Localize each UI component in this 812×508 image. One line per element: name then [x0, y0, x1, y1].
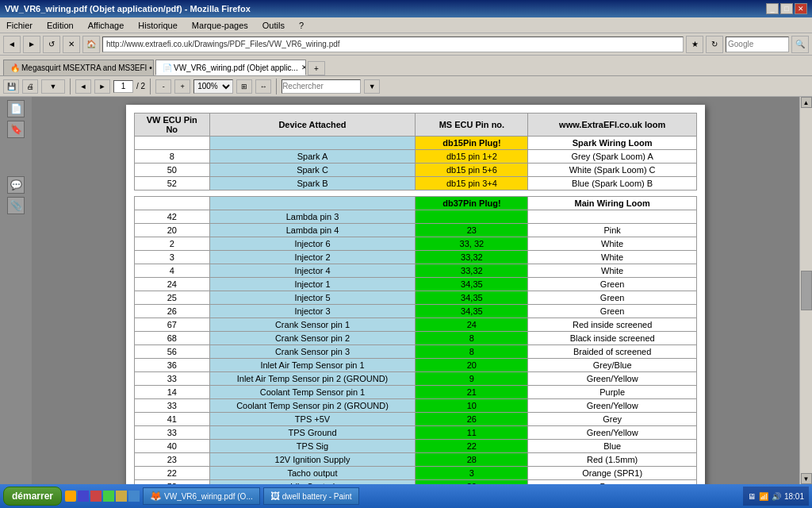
tab-bar: 🔥 Megasquirt MSEXTRA and MS3EFI • Po... …: [0, 56, 812, 76]
pdf-print[interactable]: 🖨: [22, 79, 38, 94]
wifi-icon: 📶: [759, 492, 768, 501]
stop-button[interactable]: ✕: [63, 36, 80, 53]
window-controls[interactable]: _ □ ✕: [766, 3, 807, 14]
taskbar-item-0[interactable]: 🦊 VW_VR6_wiring.pdf (O...: [143, 487, 260, 502]
tab-1-close[interactable]: ✕: [301, 64, 306, 71]
scroll-thumb[interactable]: [801, 271, 812, 310]
scrollbar[interactable]: ▲ ▼: [799, 97, 812, 484]
page-separator: / 2: [136, 82, 145, 90]
taskbar-time: 18:01: [784, 492, 804, 501]
reload-button[interactable]: ↺: [43, 36, 60, 53]
search-input[interactable]: [728, 40, 787, 48]
menu-edition[interactable]: Edition: [44, 20, 77, 31]
page-input[interactable]: [113, 80, 133, 93]
pdf-prev-page[interactable]: ◄: [75, 79, 91, 94]
menu-help[interactable]: ?: [296, 20, 307, 31]
bookmark-button[interactable]: ★: [686, 36, 703, 53]
pdf-area[interactable]: VW ECU Pin No Device Attached MS ECU Pin…: [32, 97, 799, 484]
menu-affichage[interactable]: Affichage: [85, 20, 128, 31]
spacer-row: [135, 190, 697, 197]
table-row: 67 Crank Sensor pin 1 24 Red inside scre…: [135, 318, 697, 332]
forward-button[interactable]: ►: [23, 36, 40, 53]
table-row: 26 Injector 3 34,35 Green: [135, 305, 697, 318]
sidebar-pages[interactable]: 📄: [7, 100, 25, 117]
header-ms: MS ECU Pin no.: [416, 114, 528, 137]
pdf-save[interactable]: 💾: [3, 79, 19, 94]
home-button[interactable]: 🏠: [82, 36, 100, 53]
window-title: VW_VR6_wiring.pdf (Objet application/pdf…: [5, 4, 251, 13]
network-icon: 🖥: [748, 492, 756, 501]
taskbar-ff-icon: [65, 491, 76, 502]
header-vw: VW ECU Pin No: [135, 114, 210, 137]
table-row: 36 Inlet Air Temp Sensor pin 1 20 Grey/B…: [135, 359, 697, 372]
taskbar-icon3: [90, 491, 102, 502]
spark-vw-empty: [135, 137, 210, 150]
tab-0[interactable]: 🔥 Megasquirt MSEXTRA and MS3EFI • Po... …: [3, 60, 154, 75]
close-button[interactable]: ✕: [795, 3, 807, 14]
scroll-up[interactable]: ▲: [801, 97, 812, 108]
table-row: 22 Tacho output 3 Orange (SPR1): [135, 467, 697, 480]
table-row: 8 Spark A db15 pin 1+2 Grey (Spark Loom)…: [135, 150, 697, 164]
table-row: 14 Coolant Temp Sensor pin 1 21 Purple: [135, 386, 697, 399]
address-bar[interactable]: http://www.extraefi.co.uk/Drawings/PDF_F…: [102, 37, 684, 52]
spark-loom-label: Spark Wiring Loom: [528, 137, 697, 150]
menu-bar: Fichier Edition Affichage Historique Mar…: [0, 17, 812, 33]
table-row: 50 Spark C db15 pin 5+6 White (Spark Loo…: [135, 164, 697, 177]
taskbar-item-1[interactable]: 🖼 dwell battery - Paint: [263, 487, 359, 502]
pdf-search-go[interactable]: ▼: [364, 79, 380, 94]
table-row: 24 Injector 1 34,35 Green: [135, 278, 697, 291]
zoom-select[interactable]: 100% 75% 125% 150%: [193, 79, 233, 94]
start-button[interactable]: démarrer: [3, 487, 62, 502]
pdf-toolbar: 💾 🖨 ▼ ◄ ► / 2 - + 100% 75% 125% 150% ⊞ ↔…: [0, 76, 812, 97]
pdf-page: VW ECU Pin No Device Attached MS ECU Pin…: [126, 105, 705, 484]
maximize-button[interactable]: □: [780, 3, 793, 14]
table-row: 3 Injector 2 33,32 White: [135, 251, 697, 264]
pdf-zoom-out[interactable]: -: [155, 79, 171, 94]
sidebar-bookmarks[interactable]: 🔖: [7, 121, 25, 138]
taskbar-icon2: [78, 491, 89, 502]
table-row: 33 TPS Ground 11 Green/Yellow: [135, 426, 697, 440]
scroll-down[interactable]: ▼: [801, 473, 812, 484]
main-area: 📄 🔖 💬 📎 VW ECU Pin No Device Attached MS…: [0, 97, 812, 484]
pdf-fit-width[interactable]: ↔: [255, 79, 271, 94]
header-device: Device Attached: [209, 114, 416, 137]
table-row: 33 Coolant Temp Sensor pin 2 (GROUND) 10…: [135, 399, 697, 413]
minimize-button[interactable]: _: [766, 3, 779, 14]
pdf-search-input[interactable]: [282, 79, 361, 94]
spark-device-empty: [209, 137, 416, 150]
table-row: 56 Crank Sensor pin 3 8 Braided of scree…: [135, 345, 697, 359]
menu-outils[interactable]: Outils: [259, 20, 288, 31]
table-row: 68 Crank Sensor pin 2 8 Black inside scr…: [135, 332, 697, 345]
sidebar-comment[interactable]: 💬: [7, 176, 25, 194]
table-row: 52 Spark B db15 pin 3+4 Blue (Spark Loom…: [135, 177, 697, 190]
search-go-button[interactable]: 🔍: [791, 36, 809, 53]
pdf-fit-page[interactable]: ⊞: [236, 79, 252, 94]
taskbar-time-area: 🖥 📶 🔊 18:01: [743, 487, 809, 502]
table-row: 20 Lambda pin 4 23 Pink: [135, 224, 697, 237]
tab-1-label: VW_VR6_wiring.pdf (Objet applic...: [174, 64, 298, 72]
wiring-table: VW ECU Pin No Device Attached MS ECU Pin…: [134, 113, 697, 484]
address-text: http://www.extraefi.co.uk/Drawings/PDF_F…: [106, 40, 680, 48]
sound-icon: 🔊: [772, 492, 781, 501]
sidebar-attach[interactable]: 📎: [7, 197, 25, 214]
pdf-next-page[interactable]: ►: [94, 79, 110, 94]
pdf-zoom-in[interactable]: +: [174, 79, 190, 94]
header-extra: www.ExtraEFI.co.uk loom: [528, 114, 697, 137]
menu-fichier[interactable]: Fichier: [3, 20, 36, 31]
menu-marque-pages[interactable]: Marque-pages: [189, 20, 251, 31]
left-sidebar: 📄 🔖 💬 📎: [0, 97, 32, 484]
menu-historique[interactable]: Historique: [135, 20, 181, 31]
table-row: 42 Lambda pin 3: [135, 210, 697, 224]
new-tab-button[interactable]: +: [308, 61, 325, 75]
main-plug-header: db37Pin Plug! Main Wiring Loom: [135, 197, 697, 210]
table-row: 33 Inlet Air Temp Sensor pin 2 (GROUND) …: [135, 372, 697, 386]
pdf-menu[interactable]: ▼: [41, 79, 65, 94]
table-row: 2 Injector 6 33, 32 White: [135, 237, 697, 251]
table-row: 40 TPS Sig 22 Blue: [135, 440, 697, 453]
refresh-small[interactable]: ↻: [706, 36, 723, 53]
taskbar-icon5: [116, 491, 127, 502]
taskbar-icon4: [103, 491, 114, 502]
taskbar: démarrer 🦊 VW_VR6_wiring.pdf (O... 🖼 dwe…: [0, 484, 812, 502]
tab-1[interactable]: 📄 VW_VR6_wiring.pdf (Objet applic... ✕: [155, 60, 306, 75]
back-button[interactable]: ◄: [3, 36, 21, 53]
